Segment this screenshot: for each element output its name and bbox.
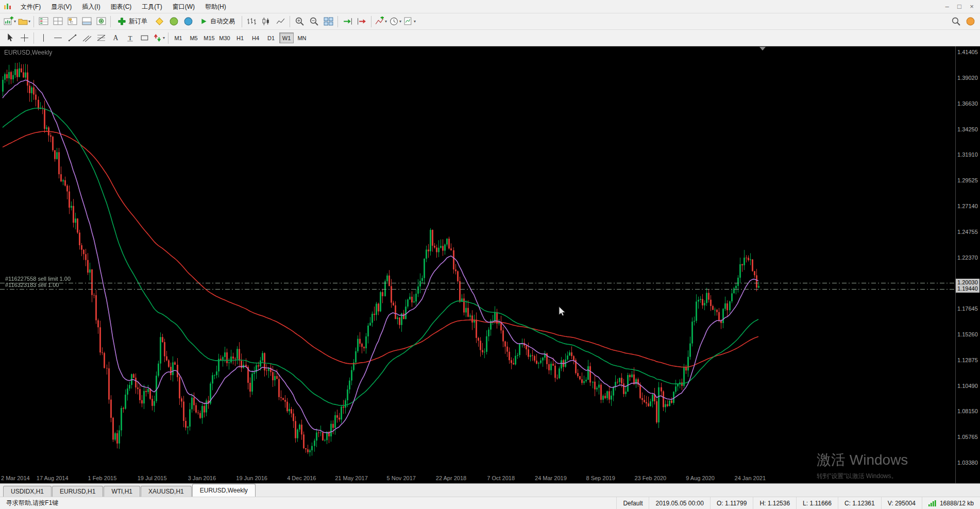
templates-button[interactable]: ▾	[403, 15, 416, 28]
timeframe-w1[interactable]: W1	[279, 32, 294, 43]
bar-chart-mode-button[interactable]	[245, 15, 258, 28]
menu-window[interactable]: 窗口(W)	[167, 0, 200, 13]
cursor-tool-button[interactable]	[3, 31, 16, 45]
status-connection: 16888/12 kb	[922, 497, 980, 509]
order-line-label[interactable]: #116323183 sell 1.00	[5, 282, 59, 288]
status-high: H: 1.12536	[753, 497, 796, 509]
menu-file[interactable]: 文件(F)	[15, 0, 46, 13]
zoom-in-button[interactable]	[293, 15, 306, 28]
chart-window[interactable]: EURUSD,Weekly #116227558 sell limit 1.00…	[0, 46, 980, 483]
price-axis-label: 1.22370	[957, 254, 978, 261]
chevron-down-icon: ▾	[163, 36, 165, 40]
timeframe-d1[interactable]: D1	[264, 32, 278, 43]
arrows-tool-button[interactable]: ▾	[152, 31, 165, 45]
search-button[interactable]	[949, 15, 962, 28]
timeframe-m1[interactable]: M1	[171, 32, 185, 43]
fibonacci-tool-button[interactable]	[94, 31, 108, 45]
community-button[interactable]	[167, 15, 180, 28]
metaeditor-button[interactable]	[153, 15, 166, 28]
market-button[interactable]	[964, 15, 977, 28]
chart-tab-bar: USDIDX,H1EURUSD,H1WTI,H1XAUUSD,H1EURUSD,…	[0, 483, 980, 497]
chevron-down-icon: ▾	[28, 19, 30, 24]
vertical-line-tool-button[interactable]	[37, 31, 50, 45]
navigator-button[interactable]	[65, 15, 79, 28]
timeframe-m15[interactable]: M15	[202, 32, 216, 43]
auto-scroll-button[interactable]	[341, 15, 354, 28]
text-tool-button[interactable]: A	[109, 31, 122, 45]
chart-plot-area[interactable]: EURUSD,Weekly #116227558 sell limit 1.00…	[0, 46, 955, 472]
indicators-button[interactable]: ▾	[374, 15, 387, 28]
autotrading-label: 自动交易	[210, 17, 235, 26]
order-price-tag[interactable]: 1.19440	[956, 285, 979, 293]
time-axis-label: 2 Mar 2014	[1, 475, 30, 481]
chevron-down-icon: ▾	[14, 19, 16, 24]
chart-canvas[interactable]	[0, 46, 955, 472]
tile-windows-button[interactable]	[322, 15, 335, 28]
minimize-button[interactable]: –	[942, 2, 952, 12]
chart-shift-button[interactable]	[355, 15, 368, 28]
price-axis-label: 1.08150	[957, 408, 978, 415]
terminal-button[interactable]	[80, 15, 93, 28]
toolbar-separator	[33, 16, 34, 27]
menu-view[interactable]: 显示(V)	[46, 0, 77, 13]
chart-tab-xauusd-h1[interactable]: XAUUSD,H1	[141, 486, 192, 497]
search-icon	[951, 16, 961, 26]
time-axis-label: 22 Apr 2018	[436, 475, 466, 481]
timeframe-h4[interactable]: H4	[248, 32, 263, 43]
menu-help[interactable]: 帮助(H)	[200, 0, 231, 13]
shapes-tool-button[interactable]	[138, 31, 151, 45]
price-axis-label: 1.12875	[957, 357, 978, 364]
chart-tab-eurusd-weekly[interactable]: EURUSD,Weekly	[192, 484, 256, 497]
line-chart-mode-button[interactable]	[274, 15, 287, 28]
mouse-cursor	[559, 306, 566, 316]
price-axis-label: 1.41405	[957, 48, 978, 56]
window-controls: –□×	[942, 2, 977, 12]
new-order-button[interactable]: 新订单	[113, 15, 151, 28]
mql5-button[interactable]	[181, 15, 195, 28]
chart-tab-usdidx-h1[interactable]: USDIDX,H1	[3, 486, 52, 497]
equidistant-channel-tool-button[interactable]	[80, 31, 93, 45]
status-bar: 寻求帮助,请按F1键 Default 2019.05.05 00:00 O: 1…	[0, 497, 980, 509]
candlestick-mode-button[interactable]	[259, 15, 273, 28]
timeframe-m30[interactable]: M30	[217, 32, 232, 43]
autotrading-button[interactable]: 自动交易	[196, 15, 239, 28]
time-axis[interactable]: 2 Mar 201417 Aug 20141 Feb 201519 Jul 20…	[0, 472, 955, 483]
close-button[interactable]: ×	[967, 2, 977, 12]
status-volume: V: 295004	[881, 497, 922, 509]
toolbar-separator	[168, 32, 168, 44]
mt4-window: 文件(F)显示(V)插入(I)图表(C)工具(T)窗口(W)帮助(H) –□× …	[0, 0, 980, 509]
status-traffic: 16888/12 kb	[940, 500, 974, 507]
timeframe-mn[interactable]: MN	[295, 32, 309, 43]
strategy-tester-button[interactable]	[94, 15, 108, 28]
menu-bar: 文件(F)显示(V)插入(I)图表(C)工具(T)窗口(W)帮助(H) –□×	[0, 0, 980, 13]
trendline-tool-button[interactable]	[65, 31, 79, 45]
data-window-button[interactable]	[51, 15, 64, 28]
menu-tools[interactable]: 工具(T)	[137, 0, 167, 13]
zoom-in-icon	[295, 16, 305, 26]
timeframe-m5[interactable]: M5	[187, 32, 201, 43]
price-axis[interactable]: 1.414051.390201.366301.342501.319101.295…	[955, 46, 980, 483]
status-profile[interactable]: Default	[616, 497, 649, 509]
profiles-button[interactable]: ▾	[18, 15, 31, 28]
menu-insert[interactable]: 插入(I)	[77, 0, 105, 13]
chart-tab-wti-h1[interactable]: WTI,H1	[104, 486, 140, 497]
app-logo-icon	[3, 2, 13, 11]
order-line-label[interactable]: #116227558 sell limit 1.00	[5, 276, 71, 282]
toolbar-separator	[242, 16, 242, 27]
price-axis-label: 1.24755	[957, 228, 978, 235]
toolbar-separator	[290, 16, 290, 27]
menu-charts[interactable]: 图表(C)	[106, 0, 137, 13]
text-label-tool-button[interactable]: T	[123, 31, 137, 45]
crosshair-tool-button[interactable]	[18, 31, 31, 45]
chevron-down-icon: ▾	[414, 19, 416, 24]
zoom-out-button[interactable]	[307, 15, 320, 28]
svg-text:T: T	[128, 35, 132, 42]
chart-tab-eurusd-h1[interactable]: EURUSD,H1	[52, 486, 103, 497]
fibonacci-retracement-icon	[96, 33, 106, 43]
restore-button[interactable]: □	[954, 2, 965, 12]
periods-button[interactable]: ▾	[388, 15, 402, 28]
timeframe-h1[interactable]: H1	[233, 32, 247, 43]
horizontal-line-tool-button[interactable]	[51, 31, 64, 45]
market-watch-button[interactable]	[37, 15, 50, 28]
new-chart-button[interactable]: ▾	[3, 15, 16, 28]
